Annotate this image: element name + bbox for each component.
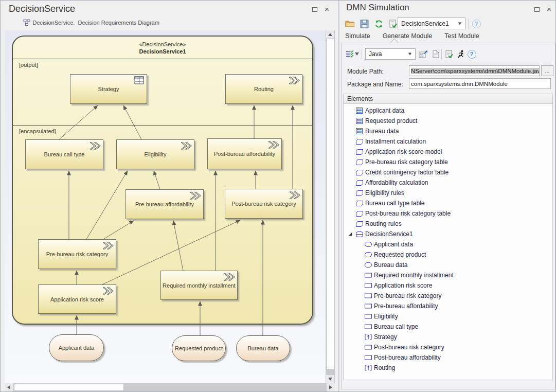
package-name-input[interactable]: com.sparxsystems.dmn.DMNModule <box>409 78 551 89</box>
tree-item-label: Eligibility <box>374 313 398 320</box>
tree-item-requested-product[interactable]: Requested product <box>344 116 552 126</box>
rect-icon <box>365 304 374 309</box>
scroll-right-icon[interactable] <box>327 383 335 391</box>
diagram-node-bureau-call-type[interactable]: Bureau call type <box>25 139 103 169</box>
tree-item-routing-rules[interactable]: Routing rules <box>344 219 552 229</box>
tree-item-decisionservice1[interactable]: DecisionService1 <box>344 229 552 239</box>
tree-item-bureau-data[interactable]: Bureau data <box>344 126 552 136</box>
refresh-icon[interactable] <box>373 18 384 29</box>
diagram-node-application-risk-score[interactable]: Application risk score <box>38 284 116 314</box>
data-input-node-bureau-data[interactable]: Bureau data <box>236 335 290 361</box>
tree-item-pre-bureau-risk-category-table[interactable]: Pre-bureau risk category table <box>344 157 552 167</box>
help-icon[interactable]: ? <box>471 18 482 29</box>
tree-item-pre-bureau-affordability[interactable]: Pre-bureau affordability <box>344 301 552 311</box>
scroll-left-icon[interactable] <box>5 383 13 391</box>
tree-item-application-risk-score-model[interactable]: Application risk score model <box>344 147 552 157</box>
tree-item-label: Applicant data <box>374 241 413 248</box>
diagram-breadcrumb: DecisionService. Decision Requirements D… <box>32 20 159 26</box>
tree-item-requested-product[interactable]: Requested product <box>344 250 552 260</box>
diagram-node-post-bureau-risk-category[interactable]: Post-bureau risk category <box>225 189 303 219</box>
horizontal-scroll-thumb[interactable] <box>14 384 124 391</box>
rect-icon <box>365 345 374 350</box>
elements-tree[interactable]: Applicant dataRequested productBureau da… <box>343 104 553 380</box>
scroll-up-icon[interactable] <box>326 30 334 39</box>
tree-item-application-risk-score[interactable]: Application risk score <box>344 280 552 291</box>
tree-item-affordability-calculation[interactable]: Affordability calculation <box>344 177 552 188</box>
bkm-icon <box>356 149 365 155</box>
bkm-icon <box>356 221 365 227</box>
chevron-icon <box>189 191 201 200</box>
tree-item-post-bureau-risk-category-table[interactable]: Post-bureau risk category table <box>344 208 552 219</box>
diagram-type-icon <box>11 19 31 26</box>
tree-item-strategy[interactable]: Strategy <box>344 332 552 342</box>
tree-item-routing[interactable]: Routing <box>344 363 552 373</box>
node-label: Bureau call type <box>42 151 87 157</box>
tree-item-bureau-call-type[interactable]: Bureau call type <box>344 322 552 332</box>
oval-icon <box>365 252 374 257</box>
node-label: Post-bureau affordability <box>212 151 277 157</box>
maximize-icon[interactable] <box>312 7 317 12</box>
scroll-down-icon[interactable] <box>326 375 334 383</box>
data-input-node-applicant-data[interactable]: Applicant data <box>49 334 104 361</box>
chevron-icon <box>267 140 279 149</box>
tree-item-applicant-data[interactable]: Applicant data <box>344 239 552 250</box>
tree-item-label: Requested product <box>365 117 417 124</box>
tab-simulate[interactable]: Simulate <box>345 31 370 41</box>
node-label: Required monthly installment <box>160 282 238 289</box>
simulation-tabs: Simulate Generate Module Test Module <box>345 31 479 41</box>
save-icon[interactable] <box>358 18 370 29</box>
panel-title: DMN Simulation <box>346 3 409 13</box>
diagram-node-eligibility[interactable]: Eligibility <box>116 139 194 169</box>
validate-document-icon[interactable] <box>387 18 399 29</box>
data-input-node-requested-product[interactable]: Requested product <box>172 335 226 361</box>
tree-item-post-bureau-risk-category[interactable]: Post-bureau risk category <box>344 342 552 352</box>
target-service-value: DecisionService1 <box>401 20 458 27</box>
target-service-combobox[interactable]: DecisionService1 <box>398 17 465 29</box>
open-folder-icon[interactable] <box>344 18 355 29</box>
tree-item-credit-contingency-factor-table[interactable]: Credit contingency factor table <box>344 167 552 177</box>
tab-test-module[interactable]: Test Module <box>444 31 479 41</box>
run-icon[interactable] <box>455 48 467 60</box>
open-source-icon[interactable] <box>418 48 429 60</box>
diagram-canvas[interactable]: «DecisionService» DecisionService1 [outp… <box>5 30 326 383</box>
tree-item-label: Post-bureau risk category table <box>365 210 451 217</box>
tree-item-eligibility-rules[interactable]: Eligibility rules <box>344 188 552 198</box>
output-icon <box>365 365 374 371</box>
diagram-node-routing[interactable]: Routing <box>225 74 302 104</box>
collapse-triangle-icon[interactable] <box>348 231 356 237</box>
help-icon[interactable]: ? <box>466 48 477 60</box>
chevron-down-icon[interactable] <box>354 48 360 60</box>
language-combobox[interactable]: Java <box>365 48 416 60</box>
horizontal-scrollbar[interactable] <box>5 383 335 391</box>
vertical-scroll-thumb[interactable] <box>326 39 334 370</box>
chevron-icon <box>102 241 114 250</box>
browse-button[interactable]: ... <box>541 65 553 76</box>
tree-item-required-monthly-installment[interactable]: Required monthly installment <box>344 270 552 280</box>
tree-item-applicant-data[interactable]: Applicant data <box>344 105 552 116</box>
tree-item-pre-bureau-risk-category[interactable]: Pre-bureau risk category <box>344 291 552 301</box>
dmn-simulation-panel: DMN Simulation × DecisionService1 ? <box>340 1 556 392</box>
close-icon[interactable]: × <box>325 7 329 12</box>
data-table-icon <box>356 118 365 124</box>
diagram-node-pre-bureau-risk-category[interactable]: Pre-bureau risk category <box>38 239 116 269</box>
tree-item-label: Required monthly installment <box>374 272 454 279</box>
document-icon[interactable] <box>430 48 441 60</box>
tree-item-bureau-call-type-table[interactable]: Bureau call type table <box>344 198 552 208</box>
maximize-icon[interactable] <box>534 7 540 12</box>
diagram-node-strategy[interactable]: Strategy <box>70 74 147 104</box>
module-path-value: NServer\com\sparxsystems\dmn\DMNModule.j… <box>411 68 540 74</box>
tree-item-bureau-data[interactable]: Bureau data <box>344 260 552 270</box>
module-path-input[interactable]: NServer\com\sparxsystems\dmn\DMNModule.j… <box>409 65 540 76</box>
close-icon[interactable]: × <box>547 7 551 12</box>
diagram-node-pre-bureau-affordability[interactable]: Pre-bureau affordability <box>125 189 204 219</box>
diagram-node-required-monthly-installment[interactable]: Required monthly installment <box>160 271 238 300</box>
diagram-node-post-bureau-affordability[interactable]: Post-bureau affordability <box>207 138 282 169</box>
tree-item-installment-calculation[interactable]: Installment calculation <box>344 136 552 147</box>
vertical-scrollbar[interactable] <box>326 30 335 383</box>
tree-item-eligibility[interactable]: Eligibility <box>344 311 552 322</box>
validate-document-icon[interactable] <box>443 48 455 60</box>
rect-icon <box>365 283 374 288</box>
tree-item-post-bureau-affordability[interactable]: Post-bureau affordability <box>344 352 552 363</box>
tab-generate-module[interactable]: Generate Module <box>383 31 433 41</box>
chevron-icon <box>102 287 114 295</box>
